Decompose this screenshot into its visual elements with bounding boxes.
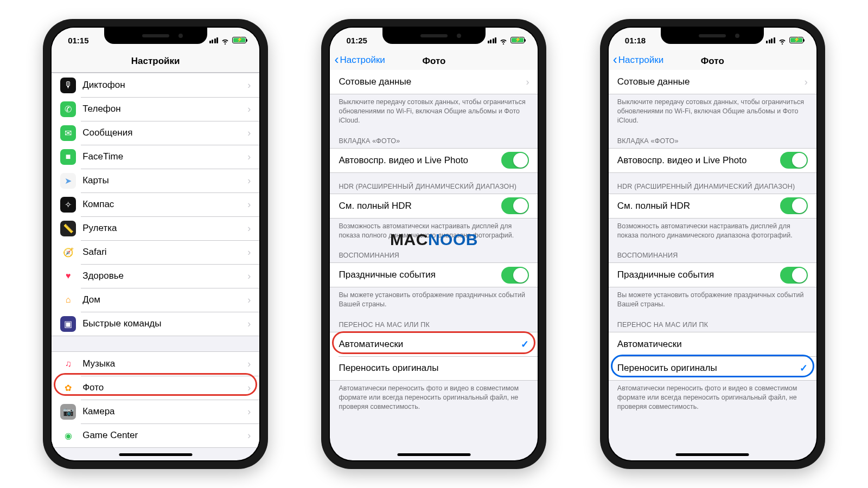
toggle-on[interactable] — [780, 197, 808, 214]
settings-list[interactable]: 🎙Диктофон›✆Телефон›✉︎Сообщения›■FaceTime… — [52, 73, 259, 459]
chevron-right-icon: › — [247, 406, 251, 418]
notch — [382, 28, 486, 44]
chevron-right-icon: › — [247, 294, 251, 306]
settings-row-рулетка[interactable]: 📏Рулетка› — [52, 216, 259, 240]
hdr-row[interactable]: См. полный HDR — [330, 194, 538, 218]
settings-row-карты[interactable]: ➤Карты› — [52, 169, 259, 192]
toggle-on[interactable] — [501, 197, 529, 214]
chevron-right-icon: › — [247, 151, 251, 163]
cell-label: Компас — [82, 199, 247, 210]
chevron-right-icon: › — [247, 271, 251, 282]
cellular-data-row[interactable]: Сотовые данные › — [330, 70, 538, 94]
app-icon: ✿ — [60, 380, 76, 396]
settings-row-facetime[interactable]: ■FaceTime› — [52, 145, 259, 169]
cellular-data-row[interactable]: Сотовые данные › — [609, 70, 816, 94]
home-indicator[interactable] — [119, 453, 192, 456]
cellular-footer: Выключите передачу сотовых данных, чтобы… — [609, 94, 816, 127]
home-indicator[interactable] — [397, 453, 470, 456]
settings-row-диктофон[interactable]: 🎙Диктофон› — [52, 73, 259, 97]
section-transfer: ПЕРЕНОС НА MAC ИЛИ ПК — [330, 311, 538, 332]
photo-settings[interactable]: Сотовые данные › Выключите передачу сото… — [609, 69, 816, 455]
chevron-right-icon: › — [247, 430, 251, 441]
cell-label: Сотовые данные — [339, 76, 526, 87]
section-photo-tab: ВКЛАДКА «ФОТО» — [609, 127, 816, 148]
status-time: 01:18 — [625, 36, 646, 45]
transfer-automatic-row[interactable]: Автоматически — [609, 332, 816, 356]
chevron-right-icon: › — [247, 127, 251, 139]
settings-row-safari[interactable]: 🧭Safari› — [52, 240, 259, 264]
cell-label: См. полный HDR — [339, 201, 501, 211]
watermark: MACNOOB — [390, 230, 478, 249]
section-photo-tab: ВКЛАДКА «ФОТО» — [330, 127, 538, 148]
nav-bar: Настройки — [52, 53, 259, 73]
settings-row-сообщения[interactable]: ✉︎Сообщения› — [52, 121, 259, 145]
cell-label: Переносить оригиналы — [617, 363, 800, 374]
cellular-footer: Выключите передачу сотовых данных, чтобы… — [330, 94, 538, 127]
wifi-icon — [221, 37, 229, 43]
app-icon: ◉ — [60, 428, 76, 444]
status-time: 01:15 — [68, 36, 88, 45]
transfer-footer: Автоматически переносить фото и видео в … — [330, 381, 538, 414]
holidays-row[interactable]: Праздничные события — [609, 263, 816, 287]
autoplay-row[interactable]: Автовоспр. видео и Live Photo — [330, 149, 538, 172]
settings-row-здоровье[interactable]: ♥Здоровье› — [52, 264, 259, 288]
chevron-right-icon: › — [247, 104, 251, 115]
cell-label: Game Center — [82, 430, 247, 441]
settings-row-камера[interactable]: 📷Камера› — [52, 400, 259, 423]
battery-icon — [232, 37, 246, 43]
transfer-automatic-row[interactable]: Автоматически ✓ — [330, 332, 538, 356]
cell-label: Сообщения — [82, 127, 247, 138]
settings-row-телефон[interactable]: ✆Телефон› — [52, 97, 259, 121]
toggle-on[interactable] — [780, 152, 808, 169]
chevron-right-icon: › — [247, 358, 251, 370]
settings-row-компас[interactable]: ✧Компас› — [52, 192, 259, 216]
cell-label: Камера — [82, 406, 247, 417]
chevron-right-icon: › — [247, 223, 251, 234]
cell-label: См. полный HDR — [617, 201, 780, 211]
signal-icon — [488, 37, 497, 43]
cell-label: Переносить оригиналы — [339, 363, 529, 374]
memories-footer: Вы можете установить отображение праздни… — [330, 287, 538, 311]
holidays-row[interactable]: Праздничные события — [330, 263, 538, 287]
toggle-on[interactable] — [501, 152, 529, 169]
settings-row-фото[interactable]: ✿Фото› — [52, 376, 259, 400]
app-icon: ⌂ — [60, 292, 76, 308]
home-indicator[interactable] — [676, 453, 749, 456]
chevron-right-icon: › — [526, 76, 529, 88]
cell-label: Праздничные события — [617, 269, 780, 280]
app-icon: ▣ — [60, 316, 76, 332]
photo-settings[interactable]: Сотовые данные › Выключите передачу сото… — [330, 69, 538, 455]
back-button[interactable]: ‹ Настройки — [334, 55, 385, 66]
settings-row-дом[interactable]: ⌂Дом› — [52, 288, 259, 312]
chevron-right-icon: › — [247, 199, 251, 210]
transfer-originals-row[interactable]: Переносить оригиналы ✓ — [609, 356, 816, 380]
toggle-on[interactable] — [780, 267, 808, 284]
settings-row-game-center[interactable]: ◉Game Center› — [52, 423, 259, 447]
settings-row-быстрые-команды[interactable]: ▣Быстрые команды› — [52, 312, 259, 336]
chevron-left-icon: ‹ — [334, 55, 339, 64]
transfer-originals-row[interactable]: Переносить оригиналы — [330, 356, 538, 380]
checkmark-icon: ✓ — [521, 338, 529, 350]
app-icon: ♥ — [60, 268, 76, 284]
battery-icon — [510, 37, 525, 43]
cell-label: Автовоспр. видео и Live Photo — [339, 155, 501, 166]
back-button[interactable]: ‹ Настройки — [613, 55, 663, 66]
autoplay-row[interactable]: Автовоспр. видео и Live Photo — [609, 149, 816, 172]
checkmark-icon: ✓ — [800, 362, 808, 374]
chevron-right-icon: › — [247, 175, 251, 187]
settings-row-музыка[interactable]: ♫Музыка› — [52, 352, 259, 376]
app-icon: 📏 — [60, 221, 76, 236]
notch — [661, 28, 764, 44]
cell-label: Фото — [82, 382, 247, 393]
hdr-row[interactable]: См. полный HDR — [609, 194, 816, 218]
battery-icon — [789, 37, 803, 43]
app-icon: ✆ — [60, 101, 76, 117]
cell-label: Карты — [82, 175, 247, 186]
back-label: Настройки — [618, 55, 663, 66]
app-icon: 🎙 — [60, 78, 76, 93]
app-icon: ✉︎ — [60, 125, 76, 141]
hdr-footer: Возможность автоматически настраивать ди… — [609, 219, 816, 242]
chevron-right-icon: › — [247, 247, 251, 258]
cell-label: Автоматически — [617, 339, 808, 350]
toggle-on[interactable] — [501, 267, 529, 284]
